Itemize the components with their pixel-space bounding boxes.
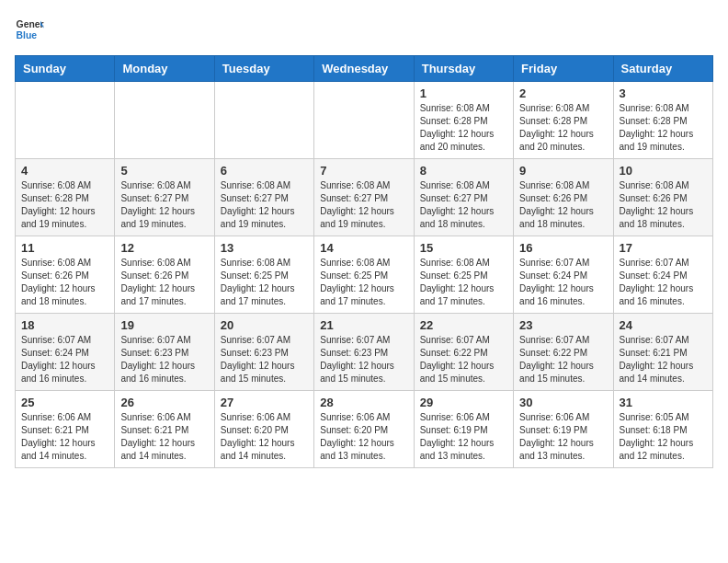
day-header-wednesday: Wednesday [314, 56, 414, 82]
day-info: Sunrise: 6:08 AMSunset: 6:25 PMDaylight:… [420, 257, 507, 308]
day-info: Sunrise: 6:06 AMSunset: 6:20 PMDaylight:… [221, 411, 308, 463]
calendar-cell: 12Sunrise: 6:08 AMSunset: 6:26 PMDayligh… [115, 236, 214, 314]
calendar-cell: 13Sunrise: 6:08 AMSunset: 6:25 PMDayligh… [214, 236, 313, 314]
day-number: 3 [620, 86, 707, 100]
day-info: Sunrise: 6:07 AMSunset: 6:22 PMDaylight:… [519, 334, 607, 385]
day-info: Sunrise: 6:08 AMSunset: 6:27 PMDaylight:… [320, 179, 407, 231]
logo-icon: General Blue [15, 15, 44, 44]
day-number: 22 [420, 318, 507, 332]
day-number: 31 [620, 396, 707, 409]
calendar-cell: 28Sunrise: 6:06 AMSunset: 6:20 PMDayligh… [314, 391, 414, 468]
calendar-cell: 18Sunrise: 6:07 AMSunset: 6:24 PMDayligh… [16, 314, 115, 391]
day-number: 7 [320, 164, 407, 178]
day-number: 25 [21, 396, 108, 409]
day-number: 9 [519, 164, 607, 178]
calendar-cell: 6Sunrise: 6:08 AMSunset: 6:27 PMDaylight… [214, 159, 313, 236]
day-info: Sunrise: 6:08 AMSunset: 6:26 PMDaylight:… [21, 257, 108, 308]
calendar-week-row: 4Sunrise: 6:08 AMSunset: 6:28 PMDaylight… [16, 159, 713, 236]
day-info: Sunrise: 6:08 AMSunset: 6:28 PMDaylight:… [21, 179, 108, 231]
calendar-cell: 7Sunrise: 6:08 AMSunset: 6:27 PMDaylight… [314, 159, 414, 236]
calendar-cell: 25Sunrise: 6:06 AMSunset: 6:21 PMDayligh… [16, 391, 115, 468]
calendar-cell [115, 82, 214, 159]
day-header-saturday: Saturday [613, 56, 712, 82]
day-info: Sunrise: 6:05 AMSunset: 6:18 PMDaylight:… [620, 411, 707, 463]
day-info: Sunrise: 6:08 AMSunset: 6:27 PMDaylight:… [120, 179, 208, 231]
day-info: Sunrise: 6:07 AMSunset: 6:23 PMDaylight:… [120, 334, 208, 385]
svg-text:General: General [17, 19, 44, 29]
calendar-cell [214, 82, 313, 159]
day-number: 27 [221, 396, 308, 409]
calendar-week-row: 1Sunrise: 6:08 AMSunset: 6:28 PMDaylight… [16, 82, 713, 159]
calendar-cell: 1Sunrise: 6:08 AMSunset: 6:28 PMDaylight… [414, 82, 513, 159]
day-number: 28 [320, 396, 407, 409]
day-info: Sunrise: 6:08 AMSunset: 6:26 PMDaylight:… [620, 179, 707, 231]
day-info: Sunrise: 6:06 AMSunset: 6:21 PMDaylight:… [21, 411, 108, 463]
calendar-week-row: 18Sunrise: 6:07 AMSunset: 6:24 PMDayligh… [16, 314, 713, 391]
calendar-cell: 4Sunrise: 6:08 AMSunset: 6:28 PMDaylight… [16, 159, 115, 236]
day-info: Sunrise: 6:08 AMSunset: 6:26 PMDaylight:… [519, 179, 607, 231]
day-number: 13 [221, 241, 308, 255]
calendar: SundayMondayTuesdayWednesdayThursdayFrid… [15, 55, 713, 468]
day-info: Sunrise: 6:08 AMSunset: 6:27 PMDaylight:… [420, 179, 507, 231]
day-number: 6 [221, 164, 308, 178]
calendar-cell: 31Sunrise: 6:05 AMSunset: 6:18 PMDayligh… [613, 391, 712, 468]
day-number: 11 [21, 241, 108, 255]
calendar-cell: 9Sunrise: 6:08 AMSunset: 6:26 PMDaylight… [514, 159, 613, 236]
calendar-cell: 30Sunrise: 6:06 AMSunset: 6:19 PMDayligh… [514, 391, 613, 468]
calendar-cell: 11Sunrise: 6:08 AMSunset: 6:26 PMDayligh… [16, 236, 115, 314]
day-number: 18 [21, 318, 108, 332]
day-number: 26 [120, 396, 208, 409]
day-number: 23 [519, 318, 607, 332]
day-info: Sunrise: 6:08 AMSunset: 6:25 PMDaylight:… [221, 257, 308, 308]
calendar-cell: 2Sunrise: 6:08 AMSunset: 6:28 PMDaylight… [514, 82, 613, 159]
day-info: Sunrise: 6:07 AMSunset: 6:22 PMDaylight:… [420, 334, 507, 385]
day-info: Sunrise: 6:07 AMSunset: 6:23 PMDaylight:… [320, 334, 407, 385]
calendar-cell: 19Sunrise: 6:07 AMSunset: 6:23 PMDayligh… [115, 314, 214, 391]
day-number: 19 [120, 318, 208, 332]
day-number: 12 [120, 241, 208, 255]
day-info: Sunrise: 6:06 AMSunset: 6:19 PMDaylight:… [420, 411, 507, 463]
header: General Blue [15, 15, 713, 44]
day-number: 5 [120, 164, 208, 178]
day-info: Sunrise: 6:07 AMSunset: 6:21 PMDaylight:… [620, 334, 707, 385]
day-number: 15 [420, 241, 507, 255]
day-info: Sunrise: 6:08 AMSunset: 6:25 PMDaylight:… [320, 257, 407, 308]
calendar-cell: 5Sunrise: 6:08 AMSunset: 6:27 PMDaylight… [115, 159, 214, 236]
day-info: Sunrise: 6:07 AMSunset: 6:24 PMDaylight:… [21, 334, 108, 385]
calendar-cell: 10Sunrise: 6:08 AMSunset: 6:26 PMDayligh… [613, 159, 712, 236]
day-info: Sunrise: 6:08 AMSunset: 6:28 PMDaylight:… [420, 102, 507, 154]
calendar-cell: 16Sunrise: 6:07 AMSunset: 6:24 PMDayligh… [514, 236, 613, 314]
day-info: Sunrise: 6:06 AMSunset: 6:19 PMDaylight:… [519, 411, 607, 463]
calendar-cell: 22Sunrise: 6:07 AMSunset: 6:22 PMDayligh… [414, 314, 513, 391]
calendar-cell: 29Sunrise: 6:06 AMSunset: 6:19 PMDayligh… [414, 391, 513, 468]
calendar-cell: 24Sunrise: 6:07 AMSunset: 6:21 PMDayligh… [613, 314, 712, 391]
day-info: Sunrise: 6:06 AMSunset: 6:20 PMDaylight:… [320, 411, 407, 463]
day-header-thursday: Thursday [414, 56, 513, 82]
calendar-cell: 26Sunrise: 6:06 AMSunset: 6:21 PMDayligh… [115, 391, 214, 468]
day-number: 4 [21, 164, 108, 178]
calendar-cell: 20Sunrise: 6:07 AMSunset: 6:23 PMDayligh… [214, 314, 313, 391]
day-number: 17 [620, 241, 707, 255]
day-header-monday: Monday [115, 56, 214, 82]
calendar-cell: 27Sunrise: 6:06 AMSunset: 6:20 PMDayligh… [214, 391, 313, 468]
calendar-cell: 15Sunrise: 6:08 AMSunset: 6:25 PMDayligh… [414, 236, 513, 314]
day-info: Sunrise: 6:07 AMSunset: 6:23 PMDaylight:… [221, 334, 308, 385]
day-number: 20 [221, 318, 308, 332]
calendar-cell [16, 82, 115, 159]
day-info: Sunrise: 6:07 AMSunset: 6:24 PMDaylight:… [620, 257, 707, 308]
svg-text:Blue: Blue [17, 30, 38, 40]
day-info: Sunrise: 6:06 AMSunset: 6:21 PMDaylight:… [120, 411, 208, 463]
day-header-friday: Friday [514, 56, 613, 82]
calendar-cell: 17Sunrise: 6:07 AMSunset: 6:24 PMDayligh… [613, 236, 712, 314]
day-number: 24 [620, 318, 707, 332]
calendar-cell: 14Sunrise: 6:08 AMSunset: 6:25 PMDayligh… [314, 236, 414, 314]
calendar-cell [314, 82, 414, 159]
day-header-sunday: Sunday [16, 56, 115, 82]
calendar-header-row: SundayMondayTuesdayWednesdayThursdayFrid… [16, 56, 713, 82]
day-number: 8 [420, 164, 507, 178]
day-number: 10 [620, 164, 707, 178]
day-number: 21 [320, 318, 407, 332]
day-info: Sunrise: 6:08 AMSunset: 6:28 PMDaylight:… [519, 102, 607, 154]
day-info: Sunrise: 6:08 AMSunset: 6:26 PMDaylight:… [120, 257, 208, 308]
calendar-week-row: 25Sunrise: 6:06 AMSunset: 6:21 PMDayligh… [16, 391, 713, 468]
